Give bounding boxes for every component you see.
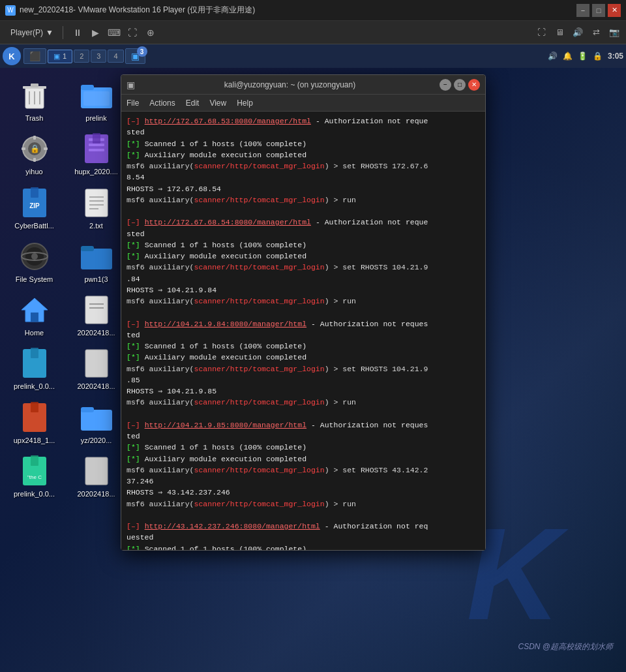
prelink2-label: prelink_0.0... [14, 382, 55, 391]
desktop-icon-prelink[interactable]: prelink [68, 74, 124, 123]
terminal-maximize-button[interactable]: □ [454, 79, 466, 91]
terminal-menu-edit[interactable]: Edit [186, 99, 200, 108]
desktop-icon-yihuo[interactable]: 🔒 yihuo [7, 128, 62, 176]
desktop-icon-20202418-1[interactable]: 20202418... [68, 289, 124, 337]
desktop-icon-yz2020[interactable]: yz/2020... [68, 397, 124, 445]
terminal-menu-actions[interactable]: Actions [149, 99, 175, 108]
terminal-line: msf6 auxiliary(scanner/http/tomcat_mgr_l… [127, 296, 480, 307]
play-button[interactable]: ▶ [88, 25, 104, 40]
svg-text:🔒: 🔒 [29, 144, 39, 153]
desktop-icon-20202418-3[interactable]: 20202418... [68, 450, 124, 498]
icon-row-1: Trash prelink [7, 74, 124, 123]
terminal-menubar: File Actions Edit View Help [121, 95, 485, 112]
2txt-label: 2.txt [89, 221, 103, 230]
taskbar-right-area: 🔊 🔔 🔋 🔒 3:05 [548, 52, 623, 61]
terminal-line: [*] Auxiliary module execution completed [127, 251, 480, 262]
desktop-icon-home[interactable]: Home [7, 289, 62, 337]
terminal-line: [*] Scanned 1 of 1 hosts (100% complete) [127, 138, 480, 149]
desktop-icon-prelink3[interactable]: "the C prelink_0.0... [7, 450, 62, 498]
desktop-icon-hupx[interactable]: hupx_2020.... [68, 128, 124, 176]
taskbar-tab-2[interactable]: 2 [74, 50, 89, 63]
speaker-icon: 🔊 [548, 52, 558, 61]
desktop: K Trash [0, 68, 626, 672]
toolbar-separator [63, 26, 63, 39]
player-menu-button[interactable]: Player(P) ▼ [5, 25, 59, 40]
terminal-menu-help[interactable]: Help [237, 99, 253, 108]
terminal-content[interactable]: [–] http://172.67.68.53:8080/manager/htm… [121, 112, 485, 550]
icon-row-6: prelink_0.0... 20202418... [7, 343, 124, 391]
terminal-line: [*] Auxiliary module execution completed [127, 453, 480, 465]
pause-button[interactable]: ⏸ [70, 25, 85, 40]
taskbar-app-icon[interactable]: ⬛ [23, 48, 46, 64]
desktop-icon-trash[interactable]: Trash [7, 74, 62, 123]
desktop-icons-col1: Trash prelink [7, 74, 124, 498]
svg-rect-11 [33, 136, 36, 140]
terminal-menu-file[interactable]: File [127, 99, 139, 108]
icon-row-5: Home 20202418... [7, 289, 124, 337]
svg-rect-19 [89, 149, 104, 151]
icon-row-2: 🔒 yihuo hupx_2020.... [7, 128, 124, 176]
hupx-label: hupx_2020.... [74, 167, 118, 176]
svg-rect-41 [31, 348, 38, 358]
desktop-icon-cyberbattle[interactable]: ZIP CyberBattl... [7, 182, 62, 230]
desktop-icon-upx[interactable]: upx2418_1... [7, 397, 62, 445]
20202418-2-label: 20202418... [77, 382, 115, 391]
svg-rect-7 [81, 85, 94, 90]
20202418-1-icon [81, 294, 112, 326]
terminal-minimize-button[interactable]: − [440, 79, 451, 91]
desktop-icon-20202418-2[interactable]: 20202418... [68, 343, 124, 391]
yz2020-label: yz/2020... [81, 436, 112, 445]
terminal-close-button[interactable]: ✕ [468, 79, 480, 91]
minimize-button[interactable]: − [576, 4, 589, 17]
taskbar-terminal-app[interactable]: ▣ 3 [125, 48, 145, 64]
system-clock: 3:05 [608, 52, 623, 61]
terminal-menu-view[interactable]: View [209, 99, 226, 108]
pwn1-label: pwn1(3 [84, 275, 108, 284]
svg-rect-18 [89, 144, 104, 146]
kali-logo-button[interactable]: K [3, 47, 21, 65]
toolbar-right: ⛶ 🖥 🔊 ⇄ 📷 [535, 26, 621, 39]
taskbar-tab-3[interactable]: 3 [91, 50, 106, 63]
terminal-line: .84 [127, 273, 480, 284]
terminal-line: msf6 auxiliary(scanner/http/tomcat_mgr_l… [127, 160, 480, 172]
taskbar-tab-1[interactable]: ▣ 1 [48, 50, 72, 63]
desktop-icon-pwn1[interactable]: pwn1(3 [68, 236, 124, 284]
terminal-line: msf6 auxiliary(scanner/http/tomcat_mgr_l… [127, 397, 480, 408]
terminal-line: [*] Auxiliary module execution completed [127, 149, 480, 160]
svg-rect-2 [31, 84, 38, 87]
terminal-line: 8.54 [127, 172, 480, 183]
svg-rect-13 [22, 147, 25, 150]
hupx-icon [81, 133, 112, 164]
vm-icon: 🖥 [553, 26, 566, 39]
share-icon: ⇄ [589, 26, 603, 39]
vmware-title: new_20202418- VMware Workstation 16 Play… [20, 5, 576, 16]
fullscreen-button[interactable]: ⛶ [125, 25, 140, 40]
terminal-line: sted [127, 228, 480, 239]
terminal-line: uested [127, 532, 480, 543]
terminal-line: [*] Auxiliary module execution completed [127, 352, 480, 363]
2txt-icon [81, 187, 112, 219]
usb-button[interactable]: ⊕ [143, 25, 158, 40]
upx-icon [19, 402, 50, 433]
icon-row-4: File System pwn1(3 [7, 236, 124, 284]
cyberbattle-icon: ZIP [19, 187, 50, 219]
send-key-button[interactable]: ⌨ [106, 25, 122, 40]
svg-rect-33 [81, 249, 112, 269]
filesystem-label: File System [16, 275, 53, 284]
svg-point-31 [31, 253, 38, 260]
terminal-line: RHOSTS ⇒ 172.67.68.54 [127, 183, 480, 194]
20202418-2-icon [81, 348, 112, 379]
close-button[interactable]: ✕ [608, 4, 621, 17]
taskbar-tab-4[interactable]: 4 [108, 50, 123, 63]
svg-rect-45 [81, 410, 112, 431]
svg-rect-24 [85, 189, 108, 217]
maximize-button[interactable]: □ [592, 4, 605, 17]
svg-rect-12 [33, 158, 36, 162]
desktop-icon-prelink2[interactable]: prelink_0.0... [7, 343, 62, 391]
terminal-line: RHOSTS ⇒ 104.21.9.84 [127, 284, 480, 296]
icon-row-7: upx2418_1... yz/2020... [7, 397, 124, 445]
desktop-icon-filesystem[interactable]: File System [7, 236, 62, 284]
desktop-icon-2txt[interactable]: 2.txt [68, 182, 124, 230]
terminal-window: ▣ kali@yuzongyuan: ~ (on yuzongyuan) − □… [121, 74, 486, 551]
prelink-icon [81, 80, 112, 111]
